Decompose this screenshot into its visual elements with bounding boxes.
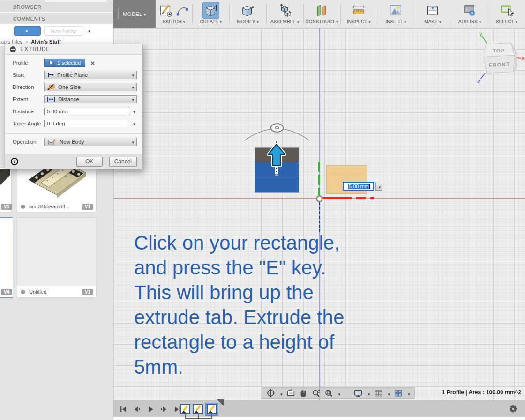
operation-label: Operation (5, 139, 44, 145)
timeline-sketch-feature-3[interactable] (207, 404, 217, 414)
ok-button[interactable]: OK (76, 157, 103, 167)
zoom-window-icon[interactable] (324, 389, 333, 398)
spline-icon[interactable] (176, 4, 189, 17)
operation-row: Operation New Body (5, 138, 137, 146)
sketch-x-axis-highlight (322, 197, 352, 199)
version-badge[interactable]: V1 (82, 204, 93, 210)
start-dropdown[interactable]: Profile Plane (44, 71, 137, 79)
toolbar-group-assemble[interactable]: ASSEMBLE (267, 0, 303, 28)
orbit-dropdown-caret[interactable] (279, 389, 283, 398)
zoom-icon[interactable] (312, 389, 321, 398)
x-axis-label: X (521, 56, 525, 61)
dialog-header[interactable]: EXTRUDE (5, 44, 142, 55)
insert-image-icon[interactable] (389, 3, 403, 17)
direction-dropdown[interactable]: One Side (44, 83, 137, 91)
document-card-partial-selected[interactable]: V4 (0, 218, 13, 297)
look-at-icon[interactable] (286, 389, 295, 398)
timeline-sketch-feature-2[interactable] (193, 404, 203, 414)
extrude-manipulator[interactable] (239, 116, 319, 179)
step-forward-icon[interactable] (160, 405, 168, 413)
inspect-ruler-icon[interactable] (352, 3, 366, 17)
sketch-x-axis-highlight (356, 197, 366, 199)
viewports-dropdown-caret[interactable] (406, 389, 410, 398)
upload-button[interactable] (14, 26, 41, 36)
addins-script-gear-icon[interactable]: >_ (463, 3, 477, 17)
viewports-icon[interactable] (394, 389, 403, 398)
timeline-position-flag-icon[interactable] (217, 399, 224, 406)
sketch-origin-point[interactable] (316, 195, 323, 202)
create-active-highlight (202, 2, 219, 19)
z-axis-label: Z (477, 79, 480, 84)
create-box-icon[interactable] (204, 3, 218, 17)
taper-angle-input[interactable] (44, 120, 130, 127)
start-label: Start (5, 72, 44, 78)
toolbar-group-select[interactable]: SELECT (488, 0, 525, 28)
dialog-grip-icon[interactable] (10, 46, 16, 52)
cancel-button[interactable]: Cancel (109, 157, 137, 167)
extent-dropdown[interactable]: Distance (44, 95, 137, 103)
select-cursor-icon[interactable] (500, 3, 514, 17)
timeline-sketch-feature-1[interactable] (180, 404, 190, 414)
toolbar-group-create[interactable]: CREATE (193, 0, 229, 28)
distance-input[interactable] (44, 108, 130, 115)
toolbar-group-construct[interactable]: CONSTRUCT (304, 0, 340, 28)
component-box-icon (20, 204, 26, 209)
document-name: Untitled (29, 289, 46, 295)
go-to-start-icon[interactable] (119, 405, 128, 413)
view-cube-front-label: FRONT (489, 61, 510, 68)
taper-expression-caret[interactable] (130, 120, 137, 127)
new-folder-button[interactable]: New Folder (44, 26, 83, 36)
browser-panel-header[interactable]: BROWSER (0, 1, 113, 13)
toolbar-group-make[interactable]: MAKE (414, 0, 451, 28)
model-viewport[interactable]: 5.00 mm Click on your rectangle, and pre… (113, 28, 525, 400)
workspace-label: MODEL (123, 11, 142, 17)
distance-manipulator-input[interactable]: 5.00 mm (343, 182, 374, 191)
orbit-icon[interactable] (266, 389, 275, 398)
step-back-icon[interactable] (133, 405, 141, 413)
workspace-switcher[interactable]: MODEL (113, 0, 156, 28)
distance-manipulator-dropdown[interactable] (375, 182, 382, 191)
grid-dropdown-caret[interactable] (387, 389, 390, 398)
extent-row: Extent Distance (5, 95, 137, 103)
rotate-handle[interactable] (271, 124, 283, 132)
play-icon[interactable] (146, 405, 155, 413)
timeline-settings-gear-icon[interactable] (509, 405, 518, 413)
display-dropdown-caret[interactable] (367, 389, 370, 398)
extrude-drag-arrow[interactable] (268, 144, 285, 166)
toolbar-group-modify[interactable]: MODIFY (230, 0, 266, 28)
zoom-dropdown-caret[interactable] (337, 389, 341, 398)
toolbar-group-addins[interactable]: >_ ADD-INS (451, 0, 488, 28)
distance-manipulator-input-group: 5.00 mm (343, 182, 382, 191)
view-cube[interactable]: TOP FRONT Y X Z (472, 32, 525, 84)
version-badge[interactable]: V1 (82, 289, 93, 295)
display-settings-icon[interactable] (353, 389, 363, 398)
comments-panel-header[interactable]: COMMENTS (0, 13, 113, 25)
data-panel-actions: New Folder (0, 25, 113, 37)
folder-actions-caret[interactable] (87, 29, 90, 34)
distance-extent-icon (47, 96, 55, 103)
direction-label: Direction (5, 84, 44, 90)
clear-selection-icon[interactable]: × (90, 59, 95, 66)
svg-text:>_: >_ (466, 8, 471, 12)
profile-selection-chip[interactable]: 1 selected (44, 59, 85, 67)
operation-dropdown[interactable]: New Body (44, 138, 137, 146)
assemble-cubes-icon[interactable] (278, 3, 292, 17)
make-printer-icon[interactable] (426, 3, 440, 17)
taper-angle-label: Taper Angle (5, 121, 44, 126)
document-card-partial[interactable]: V1 (0, 168, 11, 212)
pan-hand-icon[interactable] (299, 389, 308, 398)
toolbar-group-insert[interactable]: INSERT (377, 0, 414, 28)
toolbar-group-inspect[interactable]: INSPECT (341, 0, 377, 28)
document-card[interactable]: Untitled V1 (17, 218, 96, 297)
grid-settings-icon[interactable] (374, 389, 383, 398)
construct-planes-icon[interactable] (315, 3, 329, 17)
create-sketch-icon[interactable] (159, 3, 173, 17)
tutorial-annotation-text: Click on your rectangle, and press the "… (134, 230, 344, 379)
modify-box-icon[interactable] (241, 3, 255, 17)
direction-row: Direction One Side (5, 83, 137, 91)
sketch-x-axis-highlight (370, 197, 374, 199)
info-icon[interactable]: i (11, 158, 18, 165)
distance-expression-caret[interactable] (130, 108, 137, 115)
toolbar-group-sketch[interactable]: SKETCH (156, 0, 192, 28)
comments-label: COMMENTS (13, 16, 45, 22)
